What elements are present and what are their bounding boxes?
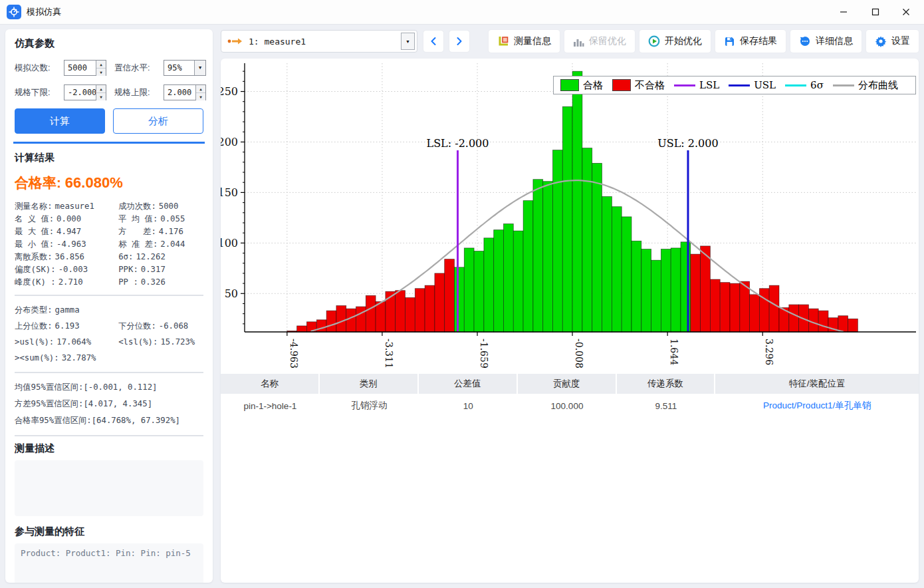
close-button[interactable] [891, 0, 921, 24]
bar [582, 148, 592, 332]
next-measure-button[interactable] [449, 31, 469, 52]
bar [297, 326, 307, 332]
measure-description-box[interactable] [15, 460, 203, 516]
legend-swatch-line [729, 84, 750, 86]
bar [316, 320, 326, 332]
keep-optimize-button: 保留优化 [564, 30, 635, 53]
confidence-interval-row: 合格率95%置信区间:[64.768%, 67.392%] [15, 412, 203, 429]
lower-spec-spinner[interactable]: -2.000 ▲▼ [64, 84, 106, 100]
toolbar-button-label: 保留优化 [589, 35, 626, 47]
x-tick-label: 3.296 [764, 339, 774, 365]
spinner-buttons[interactable]: ▲▼ [96, 61, 106, 75]
table-cell: 10 [419, 394, 518, 418]
x-tick-label: 1.644 [669, 339, 679, 365]
legend-swatch-line [785, 84, 806, 86]
section-divider [15, 372, 203, 373]
stat-row: 分布类型:gamma [15, 302, 118, 318]
dropdown-arrow-icon[interactable]: ▼ [194, 61, 205, 75]
bar [740, 281, 750, 332]
histogram-bars [287, 71, 858, 332]
stat-row: 峰度(K) :2.710 [15, 276, 118, 289]
bar [562, 106, 572, 332]
confidence-intervals: 均值95%置信区间:[-0.001, 0.112]方差95%置信区间:[4.01… [15, 379, 203, 429]
legend-item: LSL [674, 79, 719, 91]
legend-item: 不合格 [612, 79, 665, 92]
bar [504, 224, 514, 333]
save-results-button[interactable]: 保存结果 [715, 30, 786, 53]
lower-spec-label: 规格下限: [15, 87, 64, 98]
table-header-cell: 名称 [221, 374, 320, 394]
bar [572, 71, 582, 332]
bar [494, 230, 504, 332]
bars-icon [573, 36, 584, 47]
spinner-buttons[interactable]: ▲▼ [96, 85, 106, 100]
confidence-interval-row: 方差95%置信区间:[4.017, 4.345] [15, 396, 203, 412]
bar [681, 242, 691, 332]
calculate-button[interactable]: 计算 [15, 108, 105, 134]
measure-select[interactable]: 1: measure1 ▼ [221, 30, 417, 53]
x-tick-label: -4.963 [289, 339, 299, 368]
features-title: 参与测量的特征 [15, 525, 203, 538]
top-controls: 1: measure1 ▼ 测量信息保留优化开始优化保存结果详细信息设置 [221, 29, 919, 53]
stat-row: 方 差:4.176 [118, 225, 203, 238]
y-tick-label: 150 [221, 186, 238, 199]
lsl-label: LSL: -2.000 [427, 137, 489, 150]
stat-row: 上分位数:6.193 [15, 318, 118, 334]
upper-spec-spinner[interactable]: 2.000 ▲▼ [164, 84, 206, 100]
save-icon [724, 36, 735, 47]
x-tick-label: -0.008 [574, 339, 584, 368]
table-header-cell: 贡献度 [518, 374, 617, 394]
minimize-button[interactable] [828, 0, 859, 24]
pass-rate: 合格率: 66.080% [15, 174, 203, 192]
maximize-button[interactable] [860, 0, 891, 24]
description-title: 测量描述 [15, 442, 203, 455]
stat-row: 偏度(SK):-0.003 [15, 263, 118, 276]
table-row: pin-1->hole-1孔销浮动10100.0009.511Product/P… [221, 394, 919, 418]
bar [336, 306, 346, 333]
toolbar-button-label: 开始优化 [665, 35, 702, 47]
stat-row: ><sum(%):32.787% [15, 350, 118, 366]
bar [691, 254, 701, 332]
y-tick-label: 250 [221, 85, 238, 98]
bar [523, 201, 533, 332]
y-tick-label: 50 [225, 287, 238, 300]
bar [326, 311, 336, 332]
analyze-button[interactable]: 分析 [113, 108, 203, 134]
bar [405, 297, 415, 332]
stat-row: PP :0.326 [118, 276, 203, 289]
window-title: 模拟仿真 [27, 0, 61, 24]
bar [376, 301, 386, 332]
sim-count-spinner[interactable]: 5000 ▲▼ [64, 60, 106, 76]
toolbar-button-label: 测量信息 [514, 35, 551, 47]
bar [759, 289, 769, 332]
stat-row: 最 小 值:-4.963 [15, 238, 118, 251]
measure-arrow-icon [227, 37, 243, 46]
y-tick-label: 200 [221, 136, 238, 148]
spinner-buttons[interactable]: ▲▼ [195, 85, 205, 100]
prev-measure-button[interactable] [423, 31, 443, 52]
measure-features-box[interactable]: Product: Product1: Pin: Pin: pin-5 [15, 543, 203, 583]
legend-label: 分布曲线 [858, 79, 898, 92]
dropdown-arrow-icon[interactable]: ▼ [401, 33, 415, 50]
feature-link[interactable]: Product/Product1/单孔单销 [715, 394, 919, 418]
measure-info-button[interactable]: 测量信息 [489, 30, 560, 53]
stat-row: 离散系数:36.856 [15, 251, 118, 263]
table-cell: pin-1->hole-1 [221, 394, 320, 418]
settings-button[interactable]: 设置 [866, 30, 919, 53]
stat-row [118, 350, 203, 366]
confidence-select[interactable]: 95% ▼ [164, 60, 206, 76]
bar [346, 309, 356, 332]
bar [769, 285, 779, 332]
stat-row: 平 均 值:0.055 [118, 213, 203, 225]
toolbar-button-label: 设置 [891, 35, 910, 47]
details-button[interactable]: 详细信息 [790, 30, 862, 53]
sim-count-label: 模拟次数: [15, 63, 64, 74]
stat-row: 测量名称:measure1 [15, 200, 118, 213]
table-header-cell: 特征/装配位置 [715, 374, 919, 394]
param-row-2: 规格下限: -2.000 ▲▼ 规格上限: 2.000 ▲▼ [15, 84, 203, 101]
legend-swatch-line [674, 84, 695, 86]
bar [701, 246, 711, 332]
stat-row: 标 准 差:2.044 [118, 238, 203, 251]
bar [445, 259, 455, 332]
start-optimize-button[interactable]: 开始优化 [639, 30, 711, 53]
